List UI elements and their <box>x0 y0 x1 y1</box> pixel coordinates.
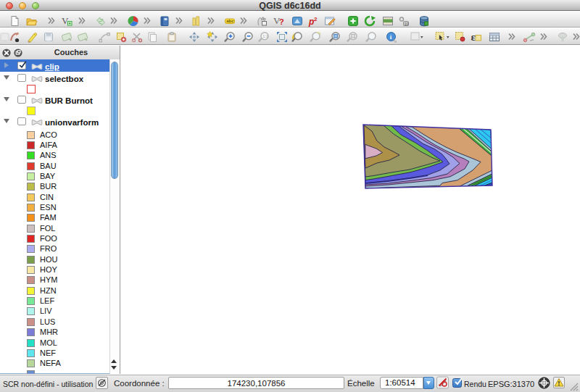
svg-text:10: 10 <box>405 21 409 25</box>
svg-text:?: ? <box>279 17 284 26</box>
svg-text:1:1: 1:1 <box>262 34 268 38</box>
svg-text:ε: ε <box>471 31 476 43</box>
svg-text:abc: abc <box>226 19 234 23</box>
svg-text:2: 2 <box>314 16 318 22</box>
